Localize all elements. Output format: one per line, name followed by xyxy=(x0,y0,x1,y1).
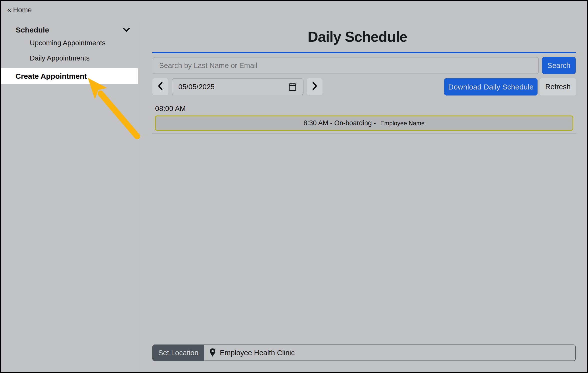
chevron-left-icon xyxy=(158,82,163,92)
appointment-employee-name: Employee Name xyxy=(380,120,424,127)
title-underline-rule xyxy=(152,52,576,53)
page-title: Daily Schedule xyxy=(139,28,576,45)
location-pin-icon xyxy=(209,348,216,358)
sidebar-item-daily-appointments[interactable]: Daily Appointments xyxy=(30,53,90,63)
app-window: « Home Schedule Upcoming Appointments Da… xyxy=(0,0,588,373)
sidebar-item-upcoming-appointments[interactable]: Upcoming Appointments xyxy=(30,38,106,48)
date-input[interactable]: 05/05/2025 xyxy=(172,78,303,95)
time-slot-label: 08:00 AM xyxy=(155,104,186,113)
appointment-entry[interactable]: 8:30 AM - On-boarding - Employee Name xyxy=(155,116,573,131)
search-button[interactable]: Search xyxy=(542,57,576,74)
calendar-icon[interactable] xyxy=(289,82,296,91)
location-field[interactable]: Employee Health Clinic xyxy=(204,344,576,361)
download-daily-schedule-button[interactable]: Download Daily Schedule xyxy=(444,78,538,96)
next-day-button[interactable] xyxy=(307,78,322,95)
chevron-right-icon xyxy=(312,82,317,92)
sidebar-group-label: Schedule xyxy=(16,26,49,34)
sidebar-item-create-appointment[interactable]: Create Appointment xyxy=(0,68,138,84)
schedule-list-divider xyxy=(152,134,576,134)
location-value: Employee Health Clinic xyxy=(220,349,295,357)
home-link[interactable]: « Home xyxy=(7,6,32,14)
set-location-button[interactable]: Set Location xyxy=(152,344,204,361)
refresh-button-label: Refresh xyxy=(545,83,571,91)
sidebar-group-schedule[interactable]: Schedule xyxy=(16,25,131,35)
sidebar-item-label: Daily Appointments xyxy=(30,54,90,62)
search-button-label: Search xyxy=(548,62,571,70)
sidebar-divider xyxy=(139,22,139,372)
refresh-button[interactable]: Refresh xyxy=(540,78,576,96)
search-input[interactable] xyxy=(153,57,539,74)
previous-day-button[interactable] xyxy=(152,78,168,95)
download-button-label: Download Daily Schedule xyxy=(448,83,534,91)
sidebar-item-label: Create Appointment xyxy=(15,72,87,80)
set-location-label: Set Location xyxy=(158,349,198,357)
sidebar-item-label: Upcoming Appointments xyxy=(30,39,106,47)
chevron-down-icon xyxy=(123,26,130,34)
appointment-text: 8:30 AM - On-boarding - xyxy=(303,119,378,127)
date-value: 05/05/2025 xyxy=(178,83,289,91)
